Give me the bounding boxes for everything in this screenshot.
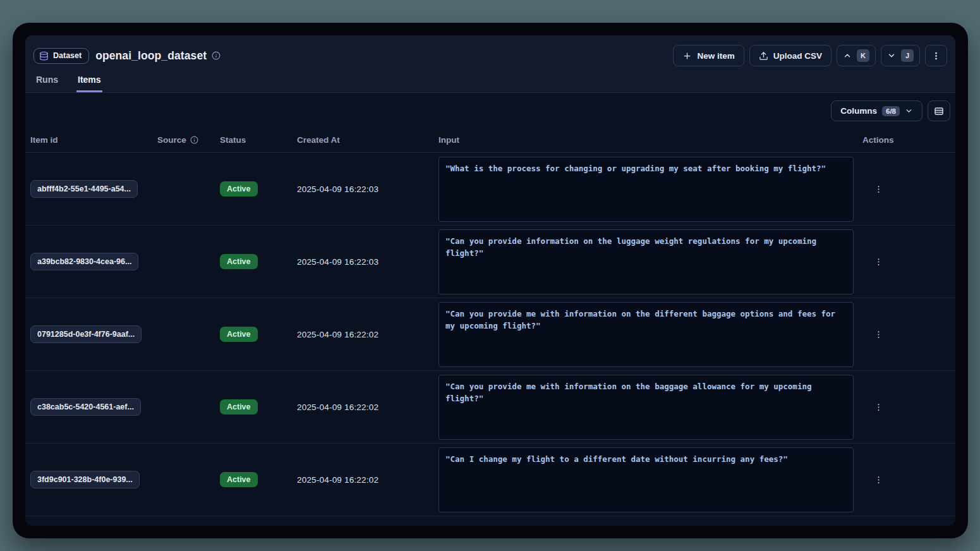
- input-preview-box[interactable]: "Can I change my flight to a different d…: [439, 447, 854, 512]
- table-body: abfff4b2-55e1-4495-a54... Active 2025-04…: [25, 153, 955, 516]
- row-actions-button[interactable]: [869, 252, 888, 271]
- created-at-value: 2025-04-09 16:22:02: [292, 475, 433, 485]
- new-item-button[interactable]: New item: [673, 45, 744, 66]
- vertical-dots-icon: [874, 403, 883, 412]
- chevron-up-icon: [843, 51, 852, 60]
- created-at-value: 2025-04-09 16:22:02: [292, 403, 433, 412]
- chevron-down-icon: [905, 107, 913, 115]
- status-badge: Active: [220, 254, 258, 269]
- page-title: openai_loop_dataset: [95, 49, 207, 63]
- vertical-dots-icon: [874, 257, 883, 267]
- input-text: "Can I change my flight to a different d…: [445, 454, 788, 464]
- input-preview-box[interactable]: "Can you provide information on the lugg…: [439, 229, 854, 294]
- item-id-badge[interactable]: 0791285d-0e3f-4f76-9aaf...: [30, 325, 142, 343]
- table-row: 0791285d-0e3f-4f76-9aaf... Active 2025-0…: [25, 298, 955, 371]
- shortcut-key-j: J: [901, 49, 914, 62]
- tab-runs[interactable]: Runs: [35, 72, 59, 92]
- column-header-status[interactable]: Status: [215, 135, 292, 145]
- vertical-dots-icon: [874, 475, 883, 485]
- table-row: c38cab5c-5420-4561-aef... Active 2025-04…: [25, 371, 955, 444]
- table-row: a39bcb82-9830-4cea-96... Active 2025-04-…: [25, 226, 955, 298]
- table-row: 3fd9c901-328b-4f0e-939... Active 2025-04…: [25, 444, 955, 516]
- item-id-badge[interactable]: c38cab5c-5420-4561-aef...: [30, 398, 141, 416]
- database-icon: [39, 51, 49, 61]
- row-actions-button[interactable]: [869, 179, 888, 198]
- upload-arrow-icon: [759, 51, 768, 61]
- input-preview-box[interactable]: "Can you provide me with information on …: [439, 302, 854, 367]
- created-at-value: 2025-04-09 16:22:03: [292, 185, 433, 194]
- input-text: "Can you provide me with information on …: [445, 382, 816, 403]
- table-row: abfff4b2-55e1-4495-a54... Active 2025-04…: [25, 153, 955, 226]
- plus-icon: [682, 51, 692, 61]
- column-header-source[interactable]: Source: [152, 135, 215, 145]
- upload-csv-button[interactable]: Upload CSV: [749, 45, 832, 66]
- items-table: Item id Source Status Created At Input A…: [25, 128, 955, 526]
- vertical-dots-icon: [874, 330, 883, 339]
- info-circle-icon: [190, 136, 198, 144]
- input-text: "Can you provide information on the lugg…: [445, 236, 821, 258]
- table-toolbar: Columns 6/8: [25, 93, 955, 128]
- input-preview-box[interactable]: "Can you provide me with information on …: [439, 375, 854, 440]
- input-text: "Can you provide me with information on …: [445, 309, 840, 330]
- columns-button[interactable]: Columns 6/8: [831, 100, 923, 121]
- app-window: Dataset openai_loop_dataset New item Upl…: [13, 23, 968, 538]
- shortcut-key-k: K: [857, 49, 869, 62]
- created-at-value: 2025-04-09 16:22:02: [292, 330, 433, 339]
- status-badge: Active: [220, 327, 258, 342]
- column-header-item-id[interactable]: Item id: [25, 135, 152, 145]
- row-height-button[interactable]: [928, 100, 950, 121]
- dataset-badge-label: Dataset: [53, 51, 82, 60]
- row-actions-button[interactable]: [869, 470, 888, 489]
- columns-count-badge: 6/8: [882, 106, 900, 116]
- item-id-badge[interactable]: a39bcb82-9830-4cea-96...: [30, 253, 138, 270]
- header-actions: New item Upload CSV K J: [673, 45, 947, 66]
- next-item-button[interactable]: J: [881, 45, 920, 66]
- chevron-down-icon: [887, 51, 896, 60]
- tab-bar: Runs Items: [33, 72, 947, 92]
- created-at-value: 2025-04-09 16:22:03: [292, 257, 433, 267]
- status-badge: Active: [220, 399, 258, 415]
- items-view: Columns 6/8 Item id Source Status Create: [25, 93, 955, 526]
- page-header: Dataset openai_loop_dataset New item Upl…: [25, 35, 955, 93]
- item-id-badge[interactable]: abfff4b2-55e1-4495-a54...: [30, 180, 138, 198]
- status-badge: Active: [220, 181, 258, 197]
- vertical-dots-icon: [931, 51, 941, 61]
- vertical-dots-icon: [874, 185, 883, 194]
- rows-icon: [934, 106, 944, 116]
- item-id-badge[interactable]: 3fd9c901-328b-4f0e-939...: [30, 471, 140, 488]
- table-header-row: Item id Source Status Created At Input A…: [25, 128, 955, 153]
- status-badge: Active: [220, 472, 258, 487]
- column-header-input[interactable]: Input: [433, 135, 857, 145]
- row-actions-button[interactable]: [869, 325, 888, 344]
- column-header-actions: Actions: [857, 135, 955, 145]
- dataset-entity-badge[interactable]: Dataset: [33, 48, 89, 64]
- tab-items[interactable]: Items: [76, 72, 102, 92]
- input-preview-box[interactable]: "What is the process for changing or upg…: [439, 157, 854, 222]
- column-header-created-at[interactable]: Created At: [292, 135, 433, 145]
- dataset-info-icon[interactable]: [212, 51, 221, 60]
- input-text: "What is the process for changing or upg…: [445, 164, 826, 173]
- row-actions-button[interactable]: [869, 397, 888, 416]
- dataset-page: Dataset openai_loop_dataset New item Upl…: [25, 35, 955, 526]
- previous-item-button[interactable]: K: [837, 45, 876, 66]
- more-options-button[interactable]: [925, 45, 947, 66]
